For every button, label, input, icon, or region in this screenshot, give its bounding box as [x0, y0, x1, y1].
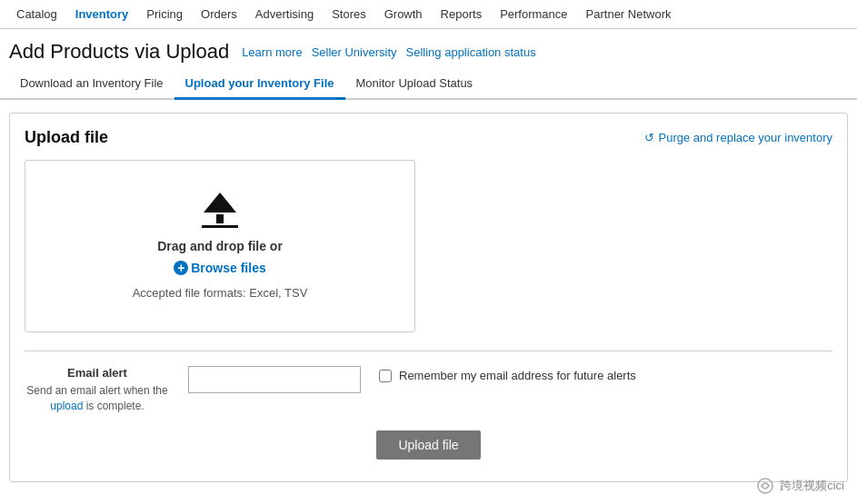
nav-orders[interactable]: Orders — [192, 0, 246, 28]
purge-label: Purge and replace your inventory — [658, 131, 832, 144]
upload-link[interactable]: upload — [50, 400, 83, 412]
upload-stem — [216, 214, 224, 223]
email-alert-description: Send an email alert when the upload is c… — [25, 383, 170, 414]
purge-link[interactable]: ↺ Purge and replace your inventory — [644, 131, 832, 144]
page-header: Add Products via Upload Learn more Selle… — [0, 29, 857, 69]
nav-advertising[interactable]: Advertising — [246, 0, 323, 28]
selling-application-link[interactable]: Selling application status — [406, 45, 536, 59]
upload-icon — [202, 193, 238, 228]
header-links: Learn more Seller University Selling app… — [242, 45, 536, 59]
email-section: Email alert Send an email alert when the… — [25, 351, 832, 414]
upload-card-title: Upload file — [25, 128, 108, 147]
seller-university-link[interactable]: Seller University — [312, 45, 397, 59]
watermark-icon — [756, 477, 774, 495]
nav-reports[interactable]: Reports — [432, 0, 492, 28]
email-label-group: Email alert Send an email alert when the… — [25, 366, 170, 414]
sub-tabs: Download an Inventory File Upload your I… — [0, 69, 857, 100]
svg-point-0 — [758, 479, 772, 493]
nav-growth[interactable]: Growth — [375, 0, 432, 28]
drag-drop-text: Drag and drop file or — [157, 239, 283, 253]
nav-pricing[interactable]: Pricing — [137, 0, 192, 28]
top-navigation: Catalog Inventory Pricing Orders Adverti… — [0, 0, 857, 29]
nav-performance[interactable]: Performance — [491, 0, 576, 28]
drop-zone[interactable]: Drag and drop file or + Browse files Acc… — [25, 160, 415, 332]
upload-button-row: Upload file — [25, 414, 832, 467]
upload-arrow-icon — [204, 193, 236, 212]
nav-stores[interactable]: Stores — [323, 0, 375, 28]
accepted-formats-text: Accepted file formats: Excel, TSV — [133, 286, 308, 300]
watermark-text: 跨境视频cici — [780, 478, 844, 494]
remember-section: Remember my email address for future ale… — [379, 368, 636, 384]
plus-circle-icon: + — [174, 261, 188, 275]
tab-upload-inventory[interactable]: Upload your Inventory File — [174, 69, 345, 100]
tab-download-inventory[interactable]: Download an Inventory File — [9, 69, 174, 100]
watermark: 跨境视频cici — [756, 477, 844, 495]
purge-icon: ↺ — [644, 131, 654, 144]
nav-catalog[interactable]: Catalog — [7, 0, 66, 28]
upload-card-header: Upload file ↺ Purge and replace your inv… — [25, 128, 832, 147]
nav-inventory[interactable]: Inventory — [66, 0, 138, 28]
upload-file-button[interactable]: Upload file — [376, 430, 480, 460]
email-alert-label: Email alert — [25, 366, 170, 380]
nav-partner-network[interactable]: Partner Network — [577, 0, 681, 28]
browse-files-link[interactable]: + Browse files — [174, 261, 265, 275]
page-title: Add Products via Upload — [9, 40, 229, 64]
upload-base — [202, 225, 238, 228]
tab-monitor-upload[interactable]: Monitor Upload Status — [345, 69, 484, 100]
upload-card: Upload file ↺ Purge and replace your inv… — [9, 113, 848, 482]
remember-email-checkbox[interactable] — [379, 370, 392, 382]
browse-label: Browse files — [191, 261, 265, 275]
main-content: Upload file ↺ Purge and replace your inv… — [0, 100, 857, 495]
learn-more-link[interactable]: Learn more — [242, 45, 302, 59]
email-input[interactable] — [188, 366, 361, 393]
remember-email-label: Remember my email address for future ale… — [399, 368, 636, 384]
